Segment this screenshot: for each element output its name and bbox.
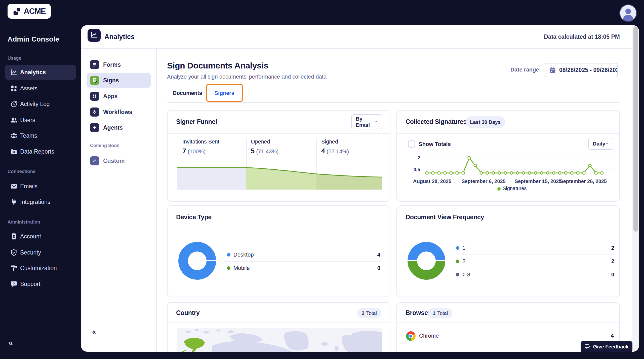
give-feedback-button[interactable]: Give Feedback [581,341,632,352]
tab-documents[interactable]: Documents [167,90,208,96]
page-subtitle: Analyze your all sign documents' perform… [167,74,327,80]
country-total-badge: 2Total [357,308,381,318]
sidebar: Admin Console Usage Analytics Assets Act… [0,0,81,359]
avatar[interactable] [619,4,637,22]
browser-title: Browser [406,309,430,316]
signs-icon [90,76,99,85]
funnel-filter-dropdown[interactable]: By Email [351,114,382,129]
svg-text:?: ? [13,282,15,285]
analytics-icon [90,31,98,40]
tabs-divider [167,102,620,103]
browser-total-badge: 1Total [428,308,452,318]
team-icon [10,132,18,139]
subnav-coming-soon-label: Coming Soon [90,143,119,148]
card-header-divider [397,322,619,322]
browser-row-value: 4 [589,333,614,339]
app-header-chip [88,29,101,42]
custom-icon [90,156,99,165]
legend-row-divider [223,261,381,262]
sidebar-item-analytics[interactable]: Analytics [0,65,81,80]
collected-signatures-card: Collected Signatures Last 30 Days Show T… [396,110,620,202]
signer-funnel-chart [177,167,382,191]
chrome-icon [406,331,416,341]
card-header-divider [168,133,390,134]
legend-row-divider [452,255,614,255]
legend-value: 0 [589,271,614,278]
device-type-card: Device Type Desktop 4 Mobile 0 [167,205,390,297]
sidebar-item-teams[interactable]: Teams [0,128,81,143]
sidebar-item-integrations[interactable]: Integrations [0,194,81,209]
sidebar-item-security[interactable]: Security [0,245,81,260]
scrollbar-thumb[interactable] [633,26,638,232]
legend-dot [456,260,459,263]
user-icon [620,18,636,22]
funnel-stage-value: 5 (71.43%) [251,147,278,155]
legend-label: Desktop [233,252,254,258]
country-title: Country [176,309,200,316]
card-header-divider [168,322,390,322]
sidebar-item-activity-log[interactable]: Activity Log [0,96,81,112]
chat-question-icon: ? [10,280,18,288]
page-title: Sign Documents Analysis [167,61,268,70]
clock-history-icon [10,100,18,108]
chevron-down-icon [374,120,378,124]
card-header-divider [397,133,619,134]
sidebar-item-assets[interactable]: Assets [0,81,81,96]
feedback-icon [584,344,590,350]
sidebar-item-emails[interactable]: Emails [0,179,81,194]
legend-value: 4 [355,252,380,258]
legend-dot [227,253,230,257]
show-totals-label[interactable]: Show Totals [419,141,451,148]
card-header-divider [168,229,390,229]
sidebar-item-customization[interactable]: Customization [0,261,81,276]
legend-value: 0 [355,265,380,271]
world-map-graphic [177,328,382,352]
subnav-item-agents[interactable]: Agents [87,120,151,135]
legend-dot [497,187,501,191]
subnav-item-apps[interactable]: Apps [87,89,151,103]
subnav-item-workflows[interactable]: Workflows [87,105,151,119]
header-divider [81,48,639,49]
interval-dropdown[interactable]: Daily [588,138,613,150]
legend-label: Mobile [233,265,250,271]
envelope-icon [10,183,18,190]
agents-icon [90,123,99,132]
country-card: Country 2Total [167,302,390,352]
sidebar-section-connections: Connections [8,169,35,174]
sidebar-section-administration: Administration [8,220,40,225]
legend-value: 2 [589,245,614,251]
sidebar-item-users[interactable]: Users [0,113,81,128]
signer-funnel-card: Signer Funnel By Email Invitations Sent … [167,110,390,202]
legend-dot [456,273,459,276]
annotation-highlight-box [206,84,243,102]
last-30-days-badge: Last 30 Days [465,116,505,128]
sidebar-item-account[interactable]: Account [0,229,81,244]
workflows-icon [90,107,99,117]
subnav-item-forms[interactable]: Forms [87,57,151,72]
funnel-stage-value: 4 (57.14%) [321,147,349,155]
calendar-icon [549,67,556,74]
chevron-down-icon [605,142,609,146]
subnav-item-signs[interactable]: Signs [87,73,151,88]
legend-dot [456,246,459,250]
legend-dot [227,266,230,270]
plug-icon [10,198,18,206]
sidebar-item-data-reports[interactable]: Data Reports [0,144,81,159]
date-range-button[interactable]: 08/28/2025 - 09/26/2025 [545,63,618,77]
date-range-value: 08/28/2025 - 09/26/2025 [559,67,618,74]
signer-funnel-title: Signer Funnel [176,118,217,125]
subnav-collapse-button[interactable]: « [92,328,96,336]
sidebar-collapse-button[interactable]: « [9,338,13,347]
view-frequency-card: Document View Frequency 1 2 2 2 > 3 0 [396,205,620,297]
card-header-divider [397,229,619,229]
show-totals-checkbox[interactable] [408,140,415,148]
legend-label: > 3 [462,271,470,278]
map-country-highlight [184,338,205,352]
apps-icon [90,92,99,101]
funnel-stage-label: Signed [321,139,338,145]
invoice-icon [10,233,18,240]
collected-signatures-title: Collected Signatures [406,118,467,125]
paint-roller-icon [10,264,18,272]
sidebar-item-support[interactable]: ? Support [0,276,81,292]
funnel-stage-label: Invitations Sent [182,139,219,145]
